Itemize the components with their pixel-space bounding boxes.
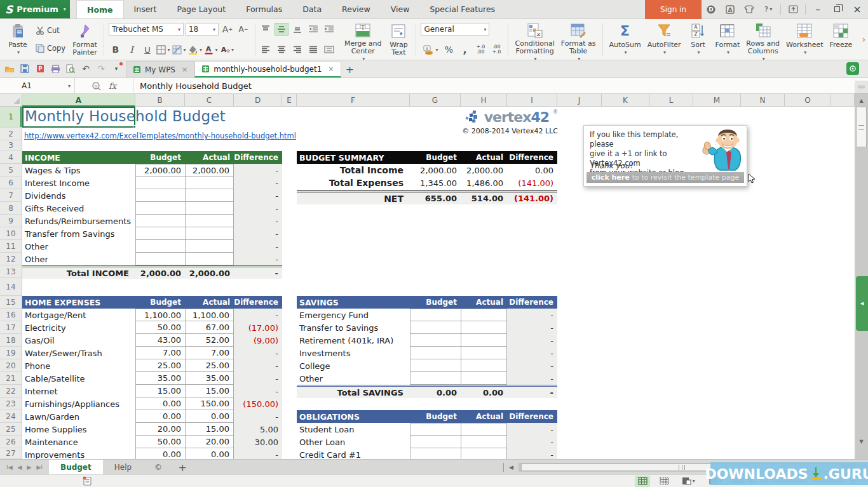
next-sheet-icon[interactable]: ▶: [27, 464, 32, 470]
copy-button[interactable]: Copy: [33, 41, 68, 55]
scrollbar-split-handle[interactable]: [855, 81, 868, 94]
formula-content[interactable]: Monthly Household Budget: [133, 78, 868, 93]
conditional-formatting-button[interactable]: ≠ Conditional Formatting▾: [512, 21, 557, 58]
first-sheet-icon[interactable]: Ⅰ◀: [6, 464, 13, 470]
align-middle-button[interactable]: [275, 23, 288, 36]
row-header-17[interactable]: 17: [0, 321, 22, 334]
actual-cell[interactable]: 67.00: [185, 321, 234, 334]
row-header-1[interactable]: 1: [0, 107, 22, 128]
ribbon-tab[interactable]: Page Layout: [166, 0, 236, 18]
row-label-cell[interactable]: Improvements: [22, 448, 135, 459]
row-label-cell[interactable]: Emergency Fund: [297, 309, 410, 321]
budget-cell[interactable]: 15.00: [135, 385, 185, 397]
difference-cell[interactable]: (17.00): [234, 321, 282, 334]
autofilter-button[interactable]: AutoFilter▾: [644, 21, 684, 58]
actual-cell[interactable]: [461, 309, 507, 321]
side-panel-toggle[interactable]: ◀: [856, 276, 868, 331]
row-header-16[interactable]: 16: [0, 309, 22, 321]
page-layout-view-button[interactable]: ▾: [678, 476, 698, 487]
actual-cell[interactable]: 15.00: [185, 423, 234, 436]
difference-cell[interactable]: 0.00: [507, 164, 557, 177]
column-header-E[interactable]: E: [282, 94, 297, 107]
open-button[interactable]: [3, 62, 17, 76]
fill-color-button[interactable]: ▾: [188, 43, 202, 56]
budget-cell[interactable]: 2,000.00: [135, 164, 185, 177]
clear-format-button[interactable]: A▾: [220, 43, 234, 56]
ribbon-tab[interactable]: Special Features: [419, 0, 505, 18]
row-label-cell[interactable]: Other Loan: [297, 436, 410, 448]
budget-cell[interactable]: [135, 202, 185, 215]
difference-cell[interactable]: -: [507, 423, 557, 436]
row-header-3[interactable]: 3: [0, 140, 22, 151]
freeze-button[interactable]: Freeze: [827, 21, 856, 58]
actual-cell[interactable]: 15.00: [185, 385, 234, 397]
wrap-text-button[interactable]: Wrap Text: [384, 21, 412, 58]
redo-button[interactable]: ↷: [94, 62, 108, 76]
budget-cell[interactable]: 1,100.00: [135, 309, 185, 321]
column-header-D[interactable]: D: [234, 94, 282, 107]
justify-button[interactable]: [306, 43, 320, 56]
actual-cell[interactable]: 20.00: [185, 436, 234, 448]
align-top-button[interactable]: [259, 23, 273, 36]
difference-cell[interactable]: -: [234, 227, 282, 240]
difference-cell[interactable]: -: [507, 372, 557, 385]
row-label-cell[interactable]: Water/Sewer/Trash: [22, 347, 135, 359]
promo-cta-bar[interactable]: click here to to revisit the template pa…: [587, 172, 744, 183]
budget-cell[interactable]: [410, 321, 461, 334]
status-doc-icon[interactable]: [83, 476, 92, 486]
row-header-10[interactable]: 10: [0, 227, 22, 240]
difference-cell[interactable]: -: [234, 189, 282, 202]
shrink-font-button[interactable]: A−: [236, 23, 250, 36]
document-tab[interactable]: My WPS ×: [126, 61, 194, 77]
row-label-cell[interactable]: Total Income: [297, 164, 410, 177]
difference-cell[interactable]: -: [234, 253, 282, 265]
budget-cell[interactable]: [135, 227, 185, 240]
row-label-cell[interactable]: Mortgage/Rent: [22, 309, 135, 321]
budget-cell[interactable]: [135, 253, 185, 265]
paste-button[interactable]: Paste▾: [4, 21, 32, 58]
column-header-O[interactable]: O: [785, 94, 831, 107]
actual-cell[interactable]: [185, 215, 234, 227]
row-header-8[interactable]: 8: [0, 202, 22, 215]
actual-cell[interactable]: 1,486.00: [461, 177, 507, 189]
minimize-button[interactable]: –: [808, 1, 827, 18]
vertical-scroll-thumb[interactable]: [856, 107, 867, 147]
actual-cell[interactable]: 150.00: [185, 397, 234, 410]
number-format-combo[interactable]: General▾: [421, 23, 489, 36]
budget-cell[interactable]: 25.00: [135, 359, 185, 372]
new-tab-button[interactable]: +: [341, 61, 359, 77]
difference-cell[interactable]: -: [507, 436, 557, 448]
customize-qat-button[interactable]: ▾: [109, 62, 123, 76]
ribbon-tab[interactable]: Insert: [124, 0, 167, 18]
actual-cell[interactable]: [461, 334, 507, 347]
restore-button[interactable]: [827, 6, 846, 12]
row-label-cell[interactable]: Other: [22, 253, 135, 265]
budget-cell[interactable]: [135, 177, 185, 189]
ribbon-tab[interactable]: Formulas: [236, 0, 292, 18]
difference-cell[interactable]: -: [234, 240, 282, 253]
difference-cell[interactable]: -: [507, 359, 557, 372]
document-tab[interactable]: monthly-household-budget1 ×: [194, 61, 341, 77]
ribbon-tab[interactable]: Home: [76, 0, 124, 18]
export-pdf-button[interactable]: P: [33, 62, 47, 76]
difference-cell[interactable]: -: [507, 448, 557, 459]
collapse-ribbon-button[interactable]: [785, 3, 801, 17]
budget-cell[interactable]: [410, 372, 461, 385]
ribbon-overflow-button[interactable]: ›: [862, 34, 865, 44]
actual-cell[interactable]: [185, 240, 234, 253]
format-painter-button[interactable]: Format Painter: [69, 21, 100, 58]
resume-assistant-icon[interactable]: A: [722, 3, 738, 17]
normal-view-button[interactable]: [635, 476, 650, 487]
scroll-down-icon[interactable]: ▼: [855, 436, 868, 446]
row-label-cell[interactable]: Refunds/Reimbursements: [22, 215, 135, 227]
close-tab-icon[interactable]: ×: [182, 65, 187, 74]
merge-center-button[interactable]: T Merge and Center▾: [341, 21, 385, 58]
actual-cell[interactable]: [461, 372, 507, 385]
actual-cell[interactable]: 52.00: [185, 334, 234, 347]
actual-cell[interactable]: 2,000.00: [185, 164, 234, 177]
row-label-cell[interactable]: Gas/Oil: [22, 334, 135, 347]
row-label-cell[interactable]: Phone: [22, 359, 135, 372]
row-header-14[interactable]: 14: [0, 278, 22, 296]
align-bottom-button[interactable]: [290, 23, 304, 36]
row-label-cell[interactable]: Other: [297, 372, 410, 385]
